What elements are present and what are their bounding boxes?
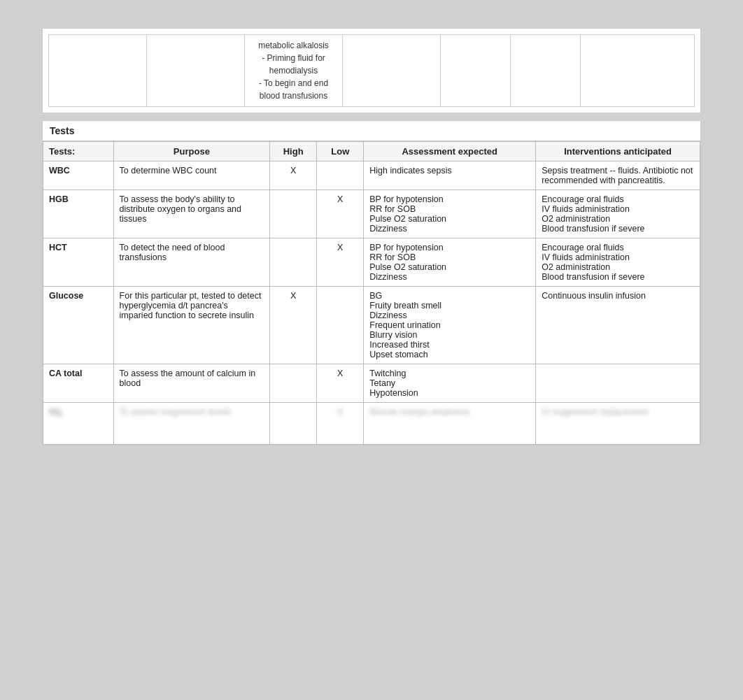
cell-interventions: Encourage oral fluidsIV fluids administr…	[536, 190, 700, 238]
table-row: WBCTo determine WBC countXHigh indicates…	[43, 162, 700, 190]
table-row: MgTo assess magnesium levelsXMuscle cram…	[43, 403, 700, 445]
cell-low: X	[317, 190, 364, 238]
cell-test-name: HCT	[43, 238, 114, 287]
cell-purpose: To detect the need of blood transfusions	[113, 238, 270, 287]
cell-purpose: For this particular pt, tested to detect…	[113, 287, 270, 364]
cell-interventions: Sepsis treatment -- fluids. Antibiotic n…	[536, 162, 700, 190]
cell-low	[317, 162, 364, 190]
cell-interventions: Encourage oral fluidsIV fluids administr…	[536, 238, 700, 287]
table-row: HCTTo detect the need of blood transfusi…	[43, 238, 700, 287]
cell-purpose: To assess the body's ability to distribu…	[113, 190, 270, 238]
tests-section: Tests Tests: Purpose High Low Assessment…	[42, 120, 701, 445]
col-header-low: Low	[317, 142, 364, 162]
cell-test-name: HGB	[43, 190, 114, 238]
cell-high: X	[270, 287, 317, 364]
cell-assessment: BGFruity breath smellDizzinessFrequent u…	[364, 287, 536, 364]
cell-low: X	[317, 364, 364, 403]
cell-assessment: TwitchingTetanyHypotension	[364, 364, 536, 403]
cell-low: X	[317, 238, 364, 287]
cell-purpose: To determine WBC count	[113, 162, 270, 190]
cell-high	[270, 238, 317, 287]
cell-assessment: BP for hypotensionRR for SOBPulse O2 sat…	[364, 238, 536, 287]
cell-high: X	[270, 162, 317, 190]
table-header-row: Tests: Purpose High Low Assessment expec…	[43, 142, 700, 162]
col-header-purpose: Purpose	[113, 142, 270, 162]
table-row: GlucoseFor this particular pt, tested to…	[43, 287, 700, 364]
col-header-assessment: Assessment expected	[364, 142, 536, 162]
col-header-high: High	[270, 142, 317, 162]
cell-assessment: BP for hypotensionRR for SOBPulse O2 sat…	[364, 190, 536, 238]
cell-assessment: High indicates sepsis	[364, 162, 536, 190]
table-row: HGBTo assess the body's ability to distr…	[43, 190, 700, 238]
top-section: metabolic alkalosis - Priming fluid for …	[42, 28, 701, 113]
col-header-interventions: Interventions anticipated	[536, 142, 700, 162]
top-content: metabolic alkalosis - Priming fluid for …	[48, 34, 695, 107]
cell-purpose: To assess the amount of calcium in blood	[113, 364, 270, 403]
cell-interventions: Continuous insulin infusion	[536, 287, 700, 364]
top-cell-metabolic: metabolic alkalosis - Priming fluid for …	[245, 35, 343, 107]
page-wrapper: metabolic alkalosis - Priming fluid for …	[0, 0, 743, 700]
col-header-tests: Tests:	[43, 142, 114, 162]
tests-table: Tests: Purpose High Low Assessment expec…	[43, 141, 700, 445]
table-row: CA totalTo assess the amount of calcium …	[43, 364, 700, 403]
cell-high	[270, 364, 317, 403]
cell-test-name: Glucose	[43, 287, 114, 364]
cell-test-name: WBC	[43, 162, 114, 190]
tests-heading: Tests	[43, 121, 700, 141]
cell-interventions	[536, 364, 700, 403]
cell-low	[317, 287, 364, 364]
cell-test-name: CA total	[43, 364, 114, 403]
cell-high	[270, 190, 317, 238]
